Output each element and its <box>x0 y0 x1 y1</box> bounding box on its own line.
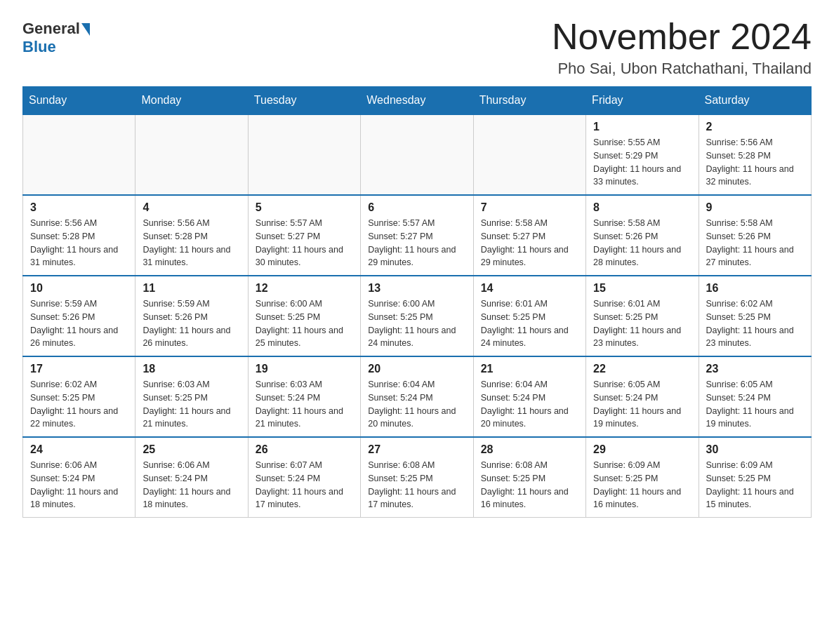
day-number: 17 <box>30 363 128 375</box>
day-info: Sunrise: 6:01 AMSunset: 5:25 PMDaylight:… <box>481 297 578 350</box>
calendar-cell <box>248 114 360 195</box>
day-info: Sunrise: 6:06 AMSunset: 5:24 PMDaylight:… <box>143 459 240 511</box>
calendar-week-4: 17Sunrise: 6:02 AMSunset: 5:25 PMDayligh… <box>23 356 812 437</box>
calendar-cell: 15Sunrise: 6:01 AMSunset: 5:25 PMDayligh… <box>586 276 699 356</box>
day-info: Sunrise: 6:00 AMSunset: 5:25 PMDaylight:… <box>368 297 465 350</box>
day-info: Sunrise: 5:57 AMSunset: 5:27 PMDaylight:… <box>256 217 353 269</box>
day-number: 22 <box>593 363 691 375</box>
day-number: 15 <box>593 282 691 295</box>
day-number: 9 <box>706 201 804 214</box>
calendar-cell: 30Sunrise: 6:09 AMSunset: 5:25 PMDayligh… <box>699 437 811 518</box>
title-block: November 2024 Pho Sai, Ubon Ratchathani,… <box>552 17 812 78</box>
day-number: 28 <box>481 443 578 456</box>
day-number: 13 <box>368 282 465 295</box>
calendar-header-row: SundayMondayTuesdayWednesdayThursdayFrid… <box>23 87 812 115</box>
calendar-cell: 29Sunrise: 6:09 AMSunset: 5:25 PMDayligh… <box>586 437 699 518</box>
day-info: Sunrise: 6:02 AMSunset: 5:25 PMDaylight:… <box>30 378 128 431</box>
day-number: 30 <box>706 443 804 456</box>
calendar-cell <box>23 114 135 195</box>
day-number: 25 <box>143 443 240 456</box>
day-number: 16 <box>706 282 804 295</box>
calendar-cell: 18Sunrise: 6:03 AMSunset: 5:25 PMDayligh… <box>135 356 248 437</box>
calendar-cell: 22Sunrise: 6:05 AMSunset: 5:24 PMDayligh… <box>586 356 699 437</box>
day-number: 8 <box>593 201 691 214</box>
calendar-cell: 16Sunrise: 6:02 AMSunset: 5:25 PMDayligh… <box>699 276 811 356</box>
calendar-week-5: 24Sunrise: 6:06 AMSunset: 5:24 PMDayligh… <box>23 437 812 518</box>
day-number: 24 <box>30 443 128 456</box>
day-info: Sunrise: 6:03 AMSunset: 5:25 PMDaylight:… <box>143 378 240 431</box>
logo-triangle-icon <box>81 23 90 36</box>
calendar-cell: 8Sunrise: 5:58 AMSunset: 5:26 PMDaylight… <box>586 195 699 276</box>
day-info: Sunrise: 6:02 AMSunset: 5:25 PMDaylight:… <box>706 297 804 350</box>
column-header-thursday: Thursday <box>473 87 585 115</box>
column-header-monday: Monday <box>135 87 248 115</box>
day-number: 18 <box>143 363 240 375</box>
calendar-cell: 14Sunrise: 6:01 AMSunset: 5:25 PMDayligh… <box>473 276 585 356</box>
logo-general-text: General <box>22 20 80 38</box>
day-info: Sunrise: 6:07 AMSunset: 5:24 PMDaylight:… <box>256 459 353 511</box>
day-number: 10 <box>30 282 128 295</box>
column-header-saturday: Saturday <box>699 87 811 115</box>
calendar-week-3: 10Sunrise: 5:59 AMSunset: 5:26 PMDayligh… <box>23 276 812 356</box>
calendar-cell: 7Sunrise: 5:58 AMSunset: 5:27 PMDaylight… <box>473 195 585 276</box>
calendar-cell: 2Sunrise: 5:56 AMSunset: 5:28 PMDaylight… <box>699 114 811 195</box>
day-number: 1 <box>593 121 691 133</box>
calendar-cell <box>135 114 248 195</box>
day-info: Sunrise: 6:04 AMSunset: 5:24 PMDaylight:… <box>368 378 465 431</box>
column-header-wednesday: Wednesday <box>361 87 473 115</box>
column-header-friday: Friday <box>586 87 699 115</box>
month-title: November 2024 <box>552 17 812 57</box>
logo-blue-text: Blue <box>22 38 90 56</box>
day-info: Sunrise: 6:03 AMSunset: 5:24 PMDaylight:… <box>256 378 353 431</box>
calendar-cell: 17Sunrise: 6:02 AMSunset: 5:25 PMDayligh… <box>23 356 135 437</box>
calendar-cell: 24Sunrise: 6:06 AMSunset: 5:24 PMDayligh… <box>23 437 135 518</box>
day-number: 4 <box>143 201 240 214</box>
day-info: Sunrise: 6:08 AMSunset: 5:25 PMDaylight:… <box>481 459 578 511</box>
day-number: 2 <box>706 121 804 133</box>
day-info: Sunrise: 6:05 AMSunset: 5:24 PMDaylight:… <box>593 378 691 431</box>
calendar-cell: 26Sunrise: 6:07 AMSunset: 5:24 PMDayligh… <box>248 437 360 518</box>
column-header-sunday: Sunday <box>23 87 135 115</box>
day-info: Sunrise: 6:08 AMSunset: 5:25 PMDaylight:… <box>368 459 465 511</box>
day-number: 3 <box>30 201 128 214</box>
day-info: Sunrise: 5:56 AMSunset: 5:28 PMDaylight:… <box>143 217 240 269</box>
day-info: Sunrise: 5:55 AMSunset: 5:29 PMDaylight:… <box>593 136 691 189</box>
calendar-cell: 13Sunrise: 6:00 AMSunset: 5:25 PMDayligh… <box>361 276 473 356</box>
calendar-cell: 9Sunrise: 5:58 AMSunset: 5:26 PMDaylight… <box>699 195 811 276</box>
day-number: 19 <box>256 363 353 375</box>
day-number: 14 <box>481 282 578 295</box>
calendar-week-2: 3Sunrise: 5:56 AMSunset: 5:28 PMDaylight… <box>23 195 812 276</box>
page-header: General Blue November 2024 Pho Sai, Ubon… <box>22 17 812 78</box>
day-info: Sunrise: 6:04 AMSunset: 5:24 PMDaylight:… <box>481 378 578 431</box>
day-info: Sunrise: 6:09 AMSunset: 5:25 PMDaylight:… <box>593 459 691 511</box>
calendar-cell <box>361 114 473 195</box>
day-number: 12 <box>256 282 353 295</box>
calendar-cell: 4Sunrise: 5:56 AMSunset: 5:28 PMDaylight… <box>135 195 248 276</box>
day-number: 27 <box>368 443 465 456</box>
calendar-week-1: 1Sunrise: 5:55 AMSunset: 5:29 PMDaylight… <box>23 114 812 195</box>
calendar-cell: 21Sunrise: 6:04 AMSunset: 5:24 PMDayligh… <box>473 356 585 437</box>
calendar-table: SundayMondayTuesdayWednesdayThursdayFrid… <box>22 86 812 518</box>
day-number: 21 <box>481 363 578 375</box>
calendar-cell: 6Sunrise: 5:57 AMSunset: 5:27 PMDaylight… <box>361 195 473 276</box>
day-info: Sunrise: 6:00 AMSunset: 5:25 PMDaylight:… <box>256 297 353 350</box>
day-info: Sunrise: 5:58 AMSunset: 5:27 PMDaylight:… <box>481 217 578 269</box>
day-number: 26 <box>256 443 353 456</box>
day-info: Sunrise: 5:56 AMSunset: 5:28 PMDaylight:… <box>30 217 128 269</box>
logo: General Blue <box>22 20 90 56</box>
day-info: Sunrise: 6:09 AMSunset: 5:25 PMDaylight:… <box>706 459 804 511</box>
day-info: Sunrise: 5:57 AMSunset: 5:27 PMDaylight:… <box>368 217 465 269</box>
day-info: Sunrise: 5:59 AMSunset: 5:26 PMDaylight:… <box>30 297 128 350</box>
day-number: 23 <box>706 363 804 375</box>
calendar-cell: 28Sunrise: 6:08 AMSunset: 5:25 PMDayligh… <box>473 437 585 518</box>
calendar-cell: 23Sunrise: 6:05 AMSunset: 5:24 PMDayligh… <box>699 356 811 437</box>
day-number: 6 <box>368 201 465 214</box>
day-number: 7 <box>481 201 578 214</box>
location-title: Pho Sai, Ubon Ratchathani, Thailand <box>552 60 812 78</box>
day-info: Sunrise: 6:01 AMSunset: 5:25 PMDaylight:… <box>593 297 691 350</box>
calendar-cell: 25Sunrise: 6:06 AMSunset: 5:24 PMDayligh… <box>135 437 248 518</box>
day-info: Sunrise: 5:58 AMSunset: 5:26 PMDaylight:… <box>706 217 804 269</box>
day-number: 20 <box>368 363 465 375</box>
calendar-cell <box>473 114 585 195</box>
calendar-cell: 19Sunrise: 6:03 AMSunset: 5:24 PMDayligh… <box>248 356 360 437</box>
